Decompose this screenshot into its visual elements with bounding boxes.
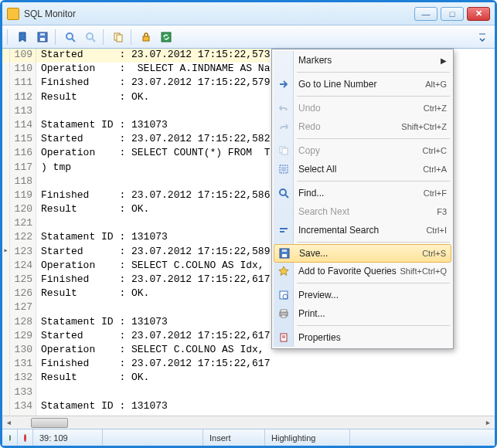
menu-item-shortcut: Ctrl+F (424, 188, 447, 198)
line-number: 124 (10, 260, 36, 273)
log-line[interactable]: 134Statament ID : 131073 (2, 400, 495, 414)
menu-item-shortcut: Ctrl+C (423, 146, 447, 155)
line-number: 125 (10, 273, 36, 287)
close-button[interactable]: ✕ (467, 7, 490, 21)
line-marker (2, 400, 10, 414)
title-bar[interactable]: SQL Monitor — □ ✕ (2, 2, 495, 25)
copy-button[interactable] (109, 28, 128, 46)
menu-item-incremental-search[interactable]: Incremental SearchCtrl+I (274, 221, 451, 239)
menu-item-label: Find... (298, 188, 424, 199)
context-menu[interactable]: Markers▶Go to Line NumberAlt+GUndoCtrl+Z… (271, 49, 454, 349)
scroll-thumb[interactable] (31, 418, 68, 428)
menu-item-markers[interactable]: Markers▶ (274, 51, 451, 70)
play-button[interactable] (2, 429, 18, 446)
bookmark-button[interactable] (13, 28, 32, 46)
refresh-button[interactable] (157, 28, 175, 46)
line-marker (2, 147, 10, 161)
menu-item-redo: RedoShift+Ctrl+Z (274, 117, 451, 136)
svg-rect-2 (40, 33, 45, 36)
log-line[interactable]: 132Result : OK. (2, 372, 495, 385)
line-marker (2, 161, 10, 175)
menu-item-shortcut: F3 (437, 207, 447, 216)
svg-rect-21 (282, 254, 287, 257)
menu-item-undo: UndoCtrl+Z (274, 99, 451, 117)
incsearch-icon (277, 224, 290, 236)
menu-item-add-to-favorite-queries[interactable]: Add to Favorite QueriesShift+Ctrl+Q (274, 262, 451, 280)
line-marker (2, 316, 10, 330)
zoom-out-button[interactable] (81, 28, 100, 46)
record-button[interactable] (18, 429, 33, 446)
line-number: 118 (10, 175, 36, 189)
save-button[interactable] (33, 28, 52, 46)
line-marker (2, 273, 10, 287)
menu-item-properties[interactable]: Properties (274, 328, 451, 347)
lock-button[interactable] (137, 28, 155, 46)
scroll-left-arrow[interactable]: ◂ (2, 416, 15, 429)
line-text: Result : OK. (36, 203, 149, 217)
line-marker (2, 372, 10, 385)
menu-item-find[interactable]: Find...Ctrl+F (274, 184, 451, 202)
menu-separator (297, 72, 450, 73)
log-line[interactable]: 131Finished : 23.07.2012 17:15:22,617 (2, 358, 495, 372)
selectall-icon (277, 163, 290, 175)
menu-item-preview[interactable]: Preview... (274, 286, 451, 304)
line-text: Finished : 23.07.2012 17:15:22,579 (36, 76, 270, 90)
menu-item-shortcut: Ctrl+A (423, 165, 447, 174)
horizontal-scrollbar[interactable]: ◂ ▸ (2, 416, 495, 429)
line-marker (2, 287, 10, 301)
menu-item-label: Select All (298, 164, 423, 175)
redo-icon (277, 120, 290, 133)
menu-item-label: Search Next (298, 206, 437, 217)
scroll-right-arrow[interactable]: ▸ (482, 416, 495, 429)
menu-item-select-all[interactable]: Select AllCtrl+A (274, 160, 451, 178)
toolbar-overflow-button[interactable] (473, 28, 492, 46)
svg-point-3 (66, 33, 73, 39)
app-window: SQL Monitor — □ ✕ 109Started : 23.07.201… (0, 0, 497, 448)
line-number: 130 (10, 344, 36, 358)
line-number: 129 (10, 330, 36, 344)
line-marker (2, 76, 10, 90)
window-title: SQL Monitor (24, 8, 414, 19)
line-text: Operation : SELECT C.COLNO AS Idx, (36, 260, 270, 273)
line-number: 119 (10, 189, 36, 203)
line-text: Operation : SELECT COUNT(*) FROM T (36, 147, 270, 161)
line-text: Finished : 23.07.2012 17:15:22,586 (36, 189, 270, 203)
menu-separator (297, 138, 450, 139)
line-number: 109 (10, 49, 36, 63)
line-number: 131 (10, 358, 36, 372)
preview-icon (277, 289, 290, 301)
line-text: Started : 23.07.2012 17:15:22,573 (36, 49, 270, 63)
line-text: Statament ID : 131073 (36, 400, 168, 414)
menu-item-save[interactable]: Save...Ctrl+S (274, 244, 451, 263)
menu-item-search-next: Search NextF3 (274, 202, 451, 221)
line-marker (2, 301, 10, 315)
line-number: 114 (10, 119, 36, 133)
line-number: 126 (10, 287, 36, 301)
svg-rect-10 (162, 32, 171, 42)
line-text: Statament ID : 131073 (36, 231, 168, 245)
line-text: Statament ID : 131073 (36, 119, 168, 133)
line-text: Result : OK. (36, 91, 149, 105)
svg-rect-19 (280, 231, 284, 232)
highlighting-mode: Highlighting (265, 429, 350, 446)
line-text: Statament ID : 131073 (36, 316, 168, 330)
line-text: Operation : SELECT A.INDNAME AS Na (36, 63, 270, 76)
svg-rect-15 (281, 167, 286, 171)
print-icon (277, 307, 290, 320)
maximize-button[interactable]: □ (441, 7, 464, 21)
line-number: 115 (10, 133, 36, 147)
line-marker (2, 217, 10, 231)
minimize-button[interactable]: — (414, 7, 437, 21)
cursor-position: 39: 109 (33, 429, 103, 446)
menu-item-label: Copy (298, 145, 423, 156)
menu-item-print[interactable]: Print... (274, 304, 451, 323)
log-line[interactable]: 133 (2, 386, 495, 400)
menu-item-label: Incremental Search (298, 225, 426, 236)
svg-point-16 (280, 189, 286, 195)
line-marker (2, 358, 10, 372)
line-number: 112 (10, 91, 36, 105)
zoom-in-button[interactable] (61, 28, 80, 46)
menu-item-go-to-line-number[interactable]: Go to Line NumberAlt+G (274, 75, 451, 93)
line-number: 134 (10, 400, 36, 414)
line-marker (2, 49, 10, 63)
